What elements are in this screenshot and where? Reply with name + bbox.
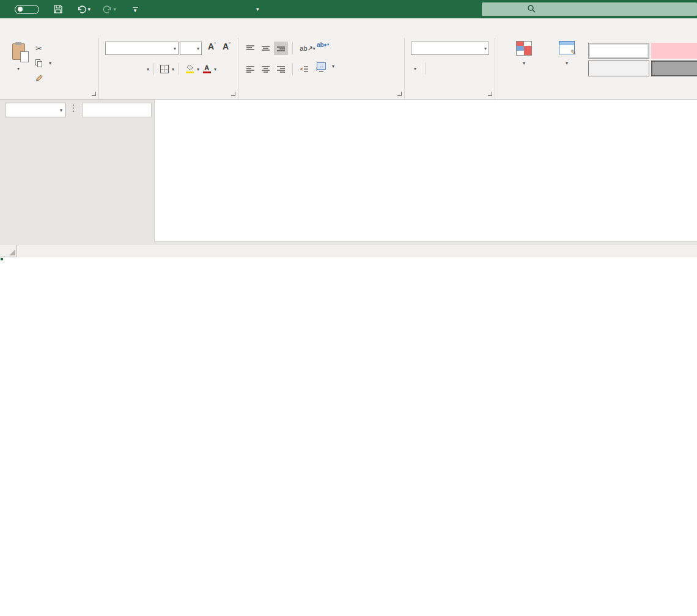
styles-group: ▾ ▾ — [495, 38, 697, 99]
autosave-toggle[interactable] — [15, 5, 39, 14]
font-color-icon: A — [203, 65, 211, 74]
bottom-align-button[interactable] — [274, 42, 288, 55]
name-box-dropdown-icon[interactable]: ▾ — [60, 108, 62, 113]
ribbon-tabs — [0, 18, 697, 38]
style-bad[interactable] — [651, 43, 697, 59]
paste-dropdown-icon[interactable]: ▾ — [17, 66, 20, 72]
wrap-text-icon: ab↩ — [317, 42, 329, 48]
copy-dropdown-icon[interactable]: ▾ — [49, 61, 51, 66]
borders-dropdown-icon[interactable]: ▾ — [172, 67, 174, 72]
underline-button[interactable] — [133, 62, 146, 76]
worksheet — [0, 245, 697, 616]
cut-button[interactable]: ✂ — [35, 42, 51, 55]
merge-center-dropdown-icon[interactable]: ▾ — [332, 64, 334, 69]
select-all-corner[interactable] — [0, 245, 17, 257]
format-painter-button[interactable] — [35, 72, 51, 84]
italic-button[interactable] — [120, 62, 132, 76]
formula-buttons — [82, 103, 152, 117]
title-bar: ▾ ▾ ▾ ▾ — [0, 0, 697, 18]
accounting-dropdown-icon[interactable]: ▾ — [414, 66, 416, 72]
increase-font-size-button[interactable]: Aˆ — [208, 42, 216, 51]
orientation-icon: ab↗ — [300, 45, 312, 53]
formula-bar-grip[interactable] — [73, 105, 74, 106]
conditional-formatting-icon — [516, 41, 532, 56]
borders-button[interactable] — [158, 62, 171, 76]
ribbon: ▾ ✂ ▾ ▾ ▾ Aˆ Aˇ — [0, 38, 697, 100]
paste-icon — [12, 43, 25, 60]
merge-center-button[interactable]: ↔ ▾ — [317, 62, 334, 70]
redo-icon: ▾ — [103, 2, 116, 16]
clipboard-group: ▾ ✂ ▾ — [0, 38, 99, 99]
formula-input[interactable] — [154, 100, 697, 241]
underline-dropdown-icon[interactable]: ▾ — [147, 67, 149, 72]
search-icon — [527, 4, 536, 15]
font-family-select[interactable]: ▾ — [105, 42, 179, 55]
selected-cell-outline[interactable] — [0, 257, 2, 260]
align-left-button[interactable] — [243, 62, 257, 76]
cut-icon: ✂ — [35, 44, 42, 53]
merge-center-icon: ↔ — [317, 62, 326, 70]
number-dialog-launcher-icon[interactable] — [488, 92, 492, 96]
align-center-button[interactable] — [259, 62, 273, 76]
font-dialog-launcher-icon[interactable] — [231, 92, 235, 96]
fill-color-icon — [186, 65, 194, 74]
document-title[interactable]: ▾ — [252, 0, 259, 18]
fill-color-button[interactable] — [183, 62, 196, 76]
borders-icon — [160, 65, 169, 73]
bold-button[interactable] — [106, 62, 119, 76]
font-group: ▾ ▾ Aˆ Aˇ ▾ ▾ ▾ A ▾ — [99, 38, 238, 99]
formula-bar-region: ▾ — [0, 100, 697, 245]
style-check-cell[interactable] — [651, 61, 697, 76]
cell-styles-gallery — [588, 43, 697, 76]
search-input[interactable] — [482, 2, 697, 16]
number-format-select[interactable]: ▾ — [411, 42, 489, 55]
style-calculation[interactable] — [588, 61, 649, 76]
orientation-button[interactable]: ab↗▾ — [297, 42, 318, 55]
conditional-formatting-button[interactable]: ▾ — [504, 41, 544, 67]
middle-align-button[interactable] — [259, 42, 273, 55]
font-size-select[interactable]: ▾ — [180, 42, 202, 55]
fill-color-dropdown-icon[interactable]: ▾ — [197, 67, 199, 72]
undo-dropdown-icon[interactable]: ▾ — [87, 6, 90, 12]
copy-icon — [35, 59, 43, 67]
format-as-table-icon — [559, 41, 575, 54]
align-right-button[interactable] — [274, 62, 288, 76]
customize-quick-access-icon[interactable]: ▾ — [128, 2, 142, 16]
font-color-button[interactable]: A — [201, 62, 213, 76]
number-group: ▾ ▾ — [405, 38, 495, 99]
font-color-dropdown-icon[interactable]: ▾ — [214, 67, 216, 72]
format-painter-icon — [35, 74, 43, 82]
clipboard-dialog-launcher-icon[interactable] — [92, 92, 96, 96]
save-icon[interactable] — [51, 2, 65, 16]
column-headers — [0, 245, 697, 257]
name-box[interactable]: ▾ — [5, 103, 66, 117]
decrease-font-size-button[interactable]: Aˇ — [223, 42, 230, 51]
copy-button[interactable]: ▾ — [35, 57, 51, 70]
wrap-text-button[interactable]: ab↩ — [317, 42, 332, 48]
paste-button[interactable]: ▾ — [5, 41, 32, 86]
top-align-button[interactable] — [243, 42, 257, 55]
fill-handle[interactable] — [0, 257, 4, 261]
format-as-table-button[interactable]: ▾ — [547, 41, 587, 67]
autosave-toggle-dot — [18, 7, 23, 12]
undo-icon[interactable]: ▾ — [77, 2, 90, 16]
style-normal[interactable] — [588, 43, 649, 59]
decrease-indent-button[interactable] — [297, 62, 311, 76]
alignment-dialog-launcher-icon[interactable] — [397, 92, 402, 96]
alignment-group: ab↗▾ ab↩ ↔ ▾ — [238, 38, 405, 99]
title-dropdown-icon: ▾ — [256, 6, 259, 12]
